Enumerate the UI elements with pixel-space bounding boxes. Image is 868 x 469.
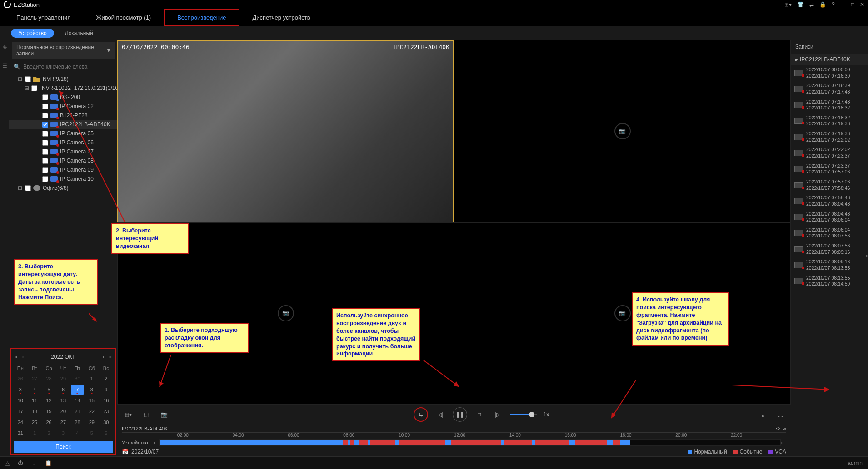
calendar-day[interactable]: 8 — [85, 385, 98, 395]
calendar-day[interactable]: 23 — [100, 406, 113, 416]
timeline-prev-icon[interactable]: ‹ — [154, 439, 159, 446]
calendar-day[interactable]: 26 — [14, 374, 27, 384]
record-item[interactable]: 2022/10/07 08:13:552022/10/07 08:14:59 — [791, 273, 868, 289]
calendar-day[interactable]: 2 — [100, 374, 113, 384]
power-icon[interactable]: ⏻ — [18, 460, 23, 466]
cal-prev-year-icon[interactable]: « — [15, 354, 18, 360]
tree-office[interactable]: ⊞ Офис(6/8) — [9, 183, 117, 193]
download-status-icon[interactable]: ⭳ — [31, 460, 37, 466]
calendar-day[interactable]: 22 — [85, 406, 98, 416]
layout-icon[interactable]: ⊞▾ — [784, 1, 792, 8]
scroll-arrow-icon[interactable]: ▸ — [866, 253, 868, 258]
sync-playback-button[interactable]: ⇆ — [414, 407, 428, 422]
calendar-search-button[interactable]: Поиск — [14, 441, 113, 453]
expand-icon[interactable]: ⊞ — [17, 185, 23, 191]
calendar-day[interactable]: 17 — [14, 406, 27, 416]
tag-icon[interactable]: ◈ — [3, 44, 7, 50]
calendar-day[interactable]: 10 — [14, 395, 27, 405]
tree-checkbox[interactable] — [42, 158, 48, 164]
record-item[interactable]: 2022/10/07 08:06:042022/10/07 08:07:56 — [791, 225, 868, 241]
switch-icon[interactable]: ⇄ — [809, 1, 814, 8]
lock-icon[interactable]: 🔒 — [819, 1, 826, 8]
tree-camera-row[interactable]: DS-I200 — [9, 93, 117, 102]
collapse-icon[interactable]: ⊟ — [17, 76, 23, 82]
calendar-day[interactable]: 14 — [71, 395, 84, 405]
corridor-button[interactable]: ⬚ — [140, 409, 152, 420]
calendar-day[interactable]: 11 — [28, 395, 41, 405]
calendar-day[interactable]: 28 — [42, 374, 55, 384]
record-item[interactable]: 2022/10/07 07:18:322022/10/07 07:19:36 — [791, 113, 868, 129]
step-forward-button[interactable]: |▷ — [492, 409, 504, 420]
video-cell-1[interactable]: 07/10/2022 00:00:46 IPC2122LB-ADF40K — [117, 40, 454, 222]
minimize-icon[interactable]: — — [840, 1, 846, 8]
calendar-day[interactable]: 18 — [28, 406, 41, 416]
timeline-infinity-icon[interactable]: ∞ — [783, 425, 786, 431]
calendar-day[interactable]: 1 — [28, 428, 41, 438]
calendar-day[interactable]: 15 — [85, 395, 98, 405]
calendar-day[interactable]: 5 — [42, 385, 55, 395]
calendar-day[interactable]: 29 — [85, 417, 98, 427]
tree-checkbox[interactable] — [25, 185, 31, 191]
timeline-date[interactable]: 📅2022/10/07 — [122, 449, 159, 455]
record-item[interactable]: 2022/10/07 07:58:462022/10/07 08:04:43 — [791, 193, 868, 209]
calendar-day[interactable]: 4 — [28, 385, 41, 395]
tree-camera-row[interactable]: IP Camera 05 — [9, 129, 117, 138]
tree-checkbox[interactable] — [42, 94, 48, 100]
video-cell-2[interactable]: 📷 — [454, 40, 791, 222]
record-item[interactable]: 2022/10/07 00:00:002022/10/07 07:16:39 — [791, 65, 868, 81]
tree-camera-row[interactable]: IP Camera 08 — [9, 156, 117, 165]
record-item[interactable]: 2022/10/07 07:23:372022/10/07 07:57:06 — [791, 161, 868, 177]
tree-checkbox[interactable] — [42, 122, 48, 128]
speed-slider[interactable] — [510, 414, 537, 415]
calendar-day[interactable]: 3 — [56, 428, 70, 438]
step-back-button[interactable]: ◁| — [434, 409, 446, 420]
calendar-day[interactable]: 27 — [28, 374, 41, 384]
calendar-day[interactable]: 27 — [56, 417, 70, 427]
calendar-day[interactable]: 30 — [71, 374, 84, 384]
calendar-day[interactable]: 20 — [56, 406, 70, 416]
subtab-device[interactable]: Устройство — [11, 29, 54, 38]
tree-camera-row[interactable]: IP Camera 07 — [9, 147, 117, 156]
search-input[interactable] — [23, 64, 113, 70]
tree-checkbox[interactable] — [42, 149, 48, 155]
calendar-day[interactable]: 29 — [56, 374, 70, 384]
tree-root-nvr[interactable]: ⊟ NVR(9/18) — [9, 74, 117, 84]
calendar-day[interactable]: 28 — [71, 417, 84, 427]
record-item[interactable]: 2022/10/07 08:04:432022/10/07 08:06:04 — [791, 209, 868, 225]
warning-icon[interactable]: △ — [5, 460, 10, 466]
calendar-day[interactable]: 6 — [100, 428, 113, 438]
calendar-day[interactable]: 26 — [42, 417, 55, 427]
tree-checkbox[interactable] — [42, 104, 48, 109]
download-button[interactable]: ⭳ — [757, 409, 769, 420]
record-item[interactable]: 2022/10/07 07:16:392022/10/07 07:17:43 — [791, 81, 868, 97]
tree-checkbox[interactable] — [31, 85, 37, 91]
tree-camera-row[interactable]: B122-PF28 — [9, 111, 117, 120]
help-icon[interactable]: ? — [832, 1, 835, 8]
collapse-icon[interactable]: ⊟ — [25, 85, 29, 91]
record-item[interactable]: 2022/10/07 07:17:432022/10/07 07:18:32 — [791, 97, 868, 113]
timeline-next-icon[interactable]: › — [781, 439, 786, 446]
cal-next-year-icon[interactable]: » — [109, 354, 112, 360]
record-item[interactable]: 2022/10/07 08:07:562022/10/07 08:09:16 — [791, 241, 868, 257]
tree-nvr-device[interactable]: ⊟ NVR-110B2_172.10.0.231(3/10) — [9, 84, 117, 93]
calendar-day[interactable]: 30 — [100, 417, 113, 427]
calendar-day[interactable]: 1 — [85, 374, 98, 384]
calendar-day[interactable]: 2 — [42, 428, 55, 438]
video-cell-4[interactable]: 📷 — [454, 222, 791, 405]
record-item[interactable]: 2022/10/07 07:57:062022/10/07 07:58:46 — [791, 177, 868, 193]
list-icon[interactable]: ☰ — [2, 63, 7, 69]
tree-checkbox[interactable] — [42, 131, 48, 137]
record-item[interactable]: 2022/10/07 07:22:022022/10/07 07:23:37 — [791, 145, 868, 161]
stop-button[interactable]: □ — [474, 409, 485, 420]
tree-camera-row[interactable]: IP Camera 09 — [9, 165, 117, 174]
close-icon[interactable]: ✕ — [860, 1, 864, 8]
calendar-day[interactable]: 16 — [100, 395, 113, 405]
calendar-day[interactable]: 3 — [14, 385, 27, 395]
calendar-day[interactable]: 9 — [100, 385, 113, 395]
tab-device-manager[interactable]: Диспетчер устройств — [239, 9, 323, 26]
calendar-day[interactable]: 5 — [85, 428, 98, 438]
record-item[interactable]: 2022/10/07 08:09:162022/10/07 08:13:55 — [791, 257, 868, 273]
tab-control-panel[interactable]: Панель управления — [4, 9, 83, 26]
tree-camera-row[interactable]: IP Camera 10 — [9, 174, 117, 183]
clipboard-icon[interactable]: 📋 — [45, 460, 52, 466]
